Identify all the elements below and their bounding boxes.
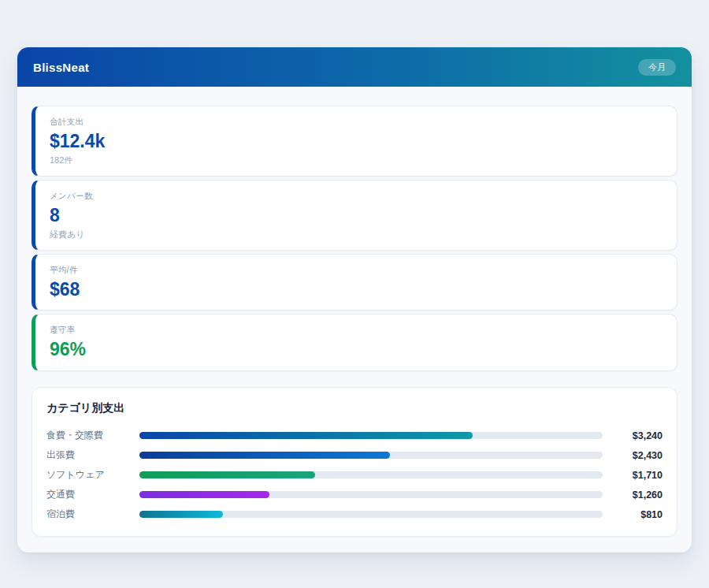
category-bar-fill [139, 452, 390, 459]
panel-body: 合計支出 $12.4k 182件 メンバー数 8 経費あり 平均/件 $68 遵… [17, 87, 692, 537]
category-value: $3,240 [611, 430, 663, 441]
category-row: 宿泊費 $810 [46, 504, 663, 524]
category-label: ソフトウェア [46, 468, 139, 482]
category-bar-track [139, 471, 603, 478]
category-row: ソフトウェア $1,710 [46, 465, 663, 485]
stat-card: 平均/件 $68 [32, 254, 677, 311]
category-bar-track [139, 511, 603, 518]
category-bar-fill [139, 432, 473, 439]
stat-value: $68 [50, 278, 663, 301]
stat-value: 8 [50, 204, 663, 227]
stat-label: 遵守率 [50, 325, 663, 336]
dashboard-panel: BlissNeat 今月 合計支出 $12.4k 182件 メンバー数 8 経費… [17, 47, 692, 553]
category-value: $1,260 [611, 489, 663, 501]
stat-label: メンバー数 [50, 191, 663, 202]
category-label: 食費・交際費 [46, 429, 139, 442]
category-section-title: カテゴリ別支出 [46, 401, 663, 415]
category-card: カテゴリ別支出 食費・交際費 $3,240 出張費 $2,430 ソフトウェア … [32, 387, 677, 537]
category-label: 交通費 [46, 488, 139, 501]
category-label: 出張費 [46, 448, 139, 462]
stat-value: 96% [50, 338, 663, 361]
stat-card: 遵守率 96% [32, 314, 677, 371]
stat-value: $12.4k [50, 130, 663, 153]
category-bar-fill [139, 471, 315, 478]
category-row: 食費・交際費 $3,240 [46, 426, 663, 445]
category-bar-fill [139, 491, 269, 498]
category-label: 宿泊費 [46, 508, 139, 521]
category-bar-track [139, 432, 603, 439]
app-title: BlissNeat [33, 61, 89, 74]
category-rows: 食費・交際費 $3,240 出張費 $2,430 ソフトウェア $1,710 交… [46, 426, 663, 524]
app-header: BlissNeat 今月 [17, 47, 692, 87]
period-badge[interactable]: 今月 [638, 59, 676, 76]
stat-cards: 合計支出 $12.4k 182件 メンバー数 8 経費あり 平均/件 $68 遵… [32, 106, 677, 371]
category-row: 交通費 $1,260 [46, 485, 663, 504]
stat-label: 平均/件 [50, 265, 663, 276]
stat-card: メンバー数 8 経費あり [32, 180, 677, 251]
category-value: $810 [611, 509, 663, 520]
category-value: $2,430 [611, 450, 663, 461]
stat-card: 合計支出 $12.4k 182件 [32, 106, 677, 177]
category-row: 出張費 $2,430 [46, 445, 663, 465]
stat-sub: 経費あり [50, 229, 663, 240]
stat-label: 合計支出 [50, 117, 663, 128]
category-value: $1,710 [611, 470, 663, 481]
category-bar-track [139, 452, 603, 459]
stat-sub: 182件 [50, 154, 663, 166]
category-bar-fill [139, 511, 223, 518]
category-bar-track [139, 491, 603, 498]
